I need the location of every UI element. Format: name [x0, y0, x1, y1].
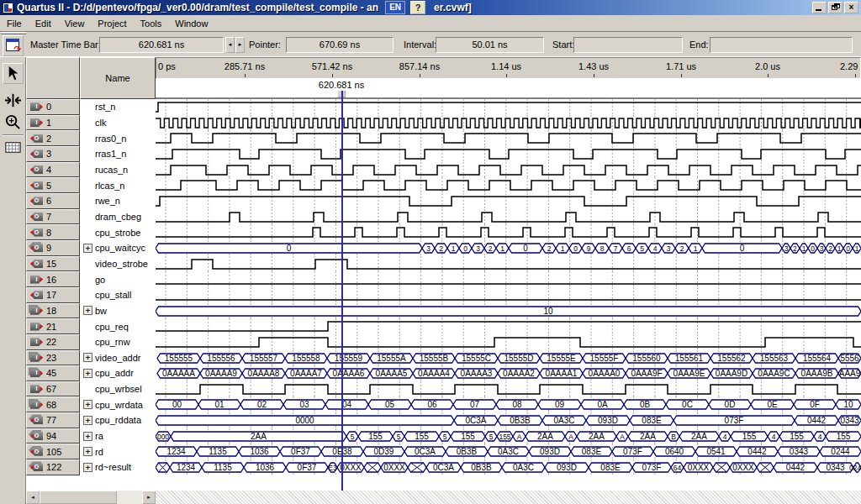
signal-name[interactable]: +cpu_wrdata: [80, 396, 156, 412]
signal-name[interactable]: +rras1_n: [80, 146, 156, 162]
signal-h-scrollbar[interactable]: ◄ ►: [26, 491, 156, 504]
expand-icon[interactable]: +: [83, 244, 92, 253]
wave-row-video_addr[interactable]: 15555515555615555715555815555915555A1555…: [156, 350, 861, 366]
signal-select-button[interactable]: I16: [26, 271, 80, 287]
number-column-header[interactable]: [26, 57, 80, 99]
signal-select-button[interactable]: O105: [26, 444, 80, 459]
wave-row-cpu_waitcyc[interactable]: 0321032102109876543210321032101: [156, 240, 861, 256]
selection-tool-icon[interactable]: [3, 63, 24, 84]
signal-name[interactable]: +go: [80, 271, 156, 287]
signal-select-button[interactable]: I22: [26, 334, 80, 350]
scrollbar-thumb[interactable]: [40, 491, 117, 504]
signal-name[interactable]: +cpu_stall: [80, 287, 156, 303]
signal-name[interactable]: +video_strobe: [80, 256, 156, 272]
wave-row-rras0_n[interactable]: [156, 130, 861, 146]
expand-icon[interactable]: +: [83, 400, 92, 409]
signal-name[interactable]: +bw: [80, 303, 156, 319]
signal-name[interactable]: +rlcas_n: [80, 177, 156, 193]
wave-row-cpu_rddata[interactable]: 00000C3A0B3B0A3C093D083E073F04420343: [156, 412, 861, 428]
wave-row-rst_n[interactable]: [156, 99, 861, 115]
wave-row-cpu_wrbsel[interactable]: [156, 381, 861, 397]
wave-row-rucas_n[interactable]: [156, 162, 861, 178]
scroll-right-icon[interactable]: ►: [142, 491, 156, 504]
signal-name[interactable]: +rwe_n: [80, 193, 156, 209]
wave-row-rd~result[interactable]: 1234113510360F37E30XXX0XXX0C3A0B3B0A3C09…: [156, 459, 861, 475]
signal-name[interactable]: +cpu_addr: [80, 365, 156, 381]
wave-row-rlcas_n[interactable]: [156, 177, 861, 193]
signal-select-button[interactable]: O9: [26, 240, 80, 256]
signal-select-button[interactable]: O94: [26, 428, 80, 444]
signal-select-button[interactable]: O4: [26, 162, 80, 178]
cursor-strip[interactable]: 620.681 ns: [156, 79, 861, 99]
signal-select-button[interactable]: O6: [26, 193, 80, 209]
wave-row-clk[interactable]: [156, 115, 861, 131]
wave-row-go[interactable]: [156, 271, 861, 287]
signal-name[interactable]: +cpu_rnw: [80, 334, 156, 350]
menu-item-edit[interactable]: Edit: [29, 17, 58, 30]
wave-row-cpu_addr[interactable]: 0AAAAA0AAAA90AAAA80AAAA70AAAA60AAAA50AAA…: [156, 365, 861, 381]
signal-name[interactable]: +cpu_waitcyc: [80, 240, 156, 256]
signal-select-button[interactable]: O122: [26, 459, 80, 475]
fit-in-window-icon[interactable]: [3, 91, 24, 112]
title-bar[interactable]: Quartus II - D:/d/pentevo/fpga/_ver0.00/…: [0, 0, 861, 15]
signal-name[interactable]: +rst_n: [80, 99, 156, 115]
wave-row-bw[interactable]: 10: [156, 303, 861, 319]
signal-select-button[interactable]: O77: [26, 412, 80, 428]
expand-icon[interactable]: +: [83, 353, 92, 362]
signal-select-button[interactable]: I21: [26, 318, 80, 334]
menu-item-project[interactable]: Project: [91, 17, 133, 30]
signal-name[interactable]: +cpu_req: [80, 318, 156, 334]
signal-select-button[interactable]: O2: [26, 130, 80, 146]
signal-select-button[interactable]: I0: [26, 99, 80, 115]
signal-name[interactable]: +cpu_wrbsel: [80, 381, 156, 397]
wave-row-video_strobe[interactable]: [156, 256, 861, 272]
expand-icon[interactable]: +: [83, 447, 92, 456]
grid-view-icon[interactable]: [3, 138, 24, 159]
signal-name[interactable]: +rucas_n: [80, 162, 156, 178]
signal-name[interactable]: +rd~result: [80, 459, 156, 475]
expand-icon[interactable]: +: [83, 369, 92, 378]
wave-row-cpu_wrdata[interactable]: 000102030405060708090A0B0C0D0E0F10: [156, 396, 861, 412]
zoom-tool-icon[interactable]: [3, 113, 24, 134]
toolbar-grip[interactable]: [1, 32, 26, 34]
signal-name[interactable]: +clk: [80, 115, 156, 131]
signal-name[interactable]: +rd: [80, 444, 156, 459]
signal-select-button[interactable]: O15: [26, 256, 80, 272]
master-time-cursor-line[interactable]: [341, 91, 343, 491]
wave-row-dram_cbeg[interactable]: [156, 209, 861, 225]
wave-row-rras1_n[interactable]: [156, 146, 861, 162]
menu-item-view[interactable]: View: [58, 17, 92, 30]
wave-row-cpu_req[interactable]: [156, 318, 861, 334]
scroll-left-icon[interactable]: ◄: [26, 491, 40, 504]
signal-select-button[interactable]: I68: [26, 396, 80, 412]
signal-name[interactable]: +ra: [80, 428, 156, 444]
expand-icon[interactable]: +: [83, 432, 92, 441]
expand-icon[interactable]: +: [83, 463, 92, 472]
wave-row-ra[interactable]: 0002AA5155515551555155A2AAA2AAA2AAB2AA41…: [156, 428, 861, 444]
language-indicator[interactable]: EN: [385, 1, 405, 14]
signal-name[interactable]: +video_addr: [80, 350, 156, 366]
start-value[interactable]: [573, 37, 683, 53]
menu-item-tools[interactable]: Tools: [134, 17, 169, 30]
wave-row-cpu_stall[interactable]: [156, 287, 861, 303]
end-value[interactable]: [710, 37, 853, 53]
wave-row-cpu_rnw[interactable]: [156, 334, 861, 350]
signal-select-button[interactable]: O5: [26, 177, 80, 193]
wave-row-rd[interactable]: 1234113510360F370E380D390C3A0B3B0A3C093D…: [156, 444, 861, 459]
master-time-next-icon[interactable]: ►: [235, 37, 245, 53]
signal-select-button[interactable]: I23: [26, 350, 80, 366]
signal-name[interactable]: +cpu_strobe: [80, 224, 156, 240]
signal-select-button[interactable]: O7: [26, 209, 80, 225]
signal-select-button[interactable]: I18: [26, 303, 80, 319]
signal-name[interactable]: +dram_cbeg: [80, 209, 156, 225]
signal-select-button[interactable]: I45: [26, 365, 80, 381]
signal-select-button[interactable]: I1: [26, 115, 80, 131]
wave-row-cpu_strobe[interactable]: [156, 224, 861, 240]
minimize-button[interactable]: [812, 2, 827, 13]
restore-button[interactable]: [828, 2, 843, 13]
close-button[interactable]: ×: [844, 2, 858, 13]
signal-select-button[interactable]: O3: [26, 146, 80, 162]
signal-select-button[interactable]: O8: [26, 224, 80, 240]
signal-select-button[interactable]: I67: [26, 381, 80, 397]
master-time-prev-icon[interactable]: ◄: [225, 37, 235, 53]
